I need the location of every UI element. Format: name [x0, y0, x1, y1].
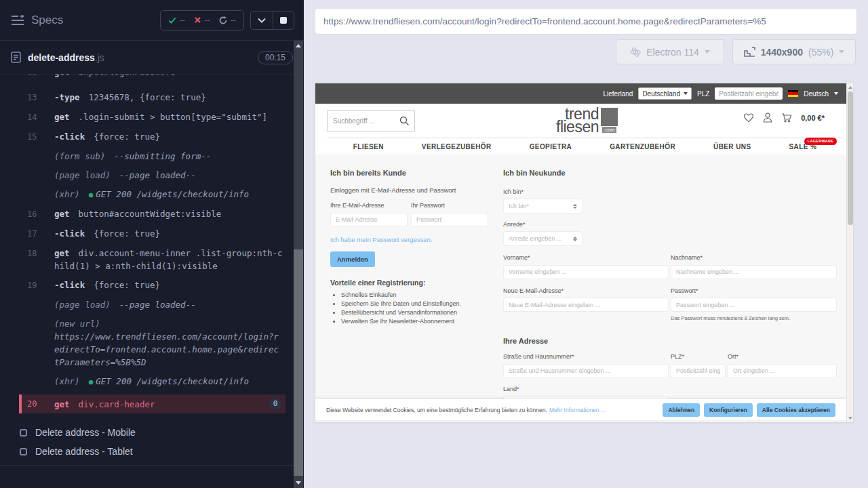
cookie-more-info-link[interactable]: Mehr Informationen ... [549, 407, 606, 413]
cart-icon[interactable] [781, 113, 792, 123]
command-row[interactable]: 17-click{force: true} [0, 227, 285, 241]
search-input[interactable] [328, 117, 398, 125]
reporter-scrollbar-thumb[interactable] [294, 249, 303, 476]
command-method: get [54, 209, 70, 219]
event-label: (new url) [54, 317, 273, 330]
command-args: {force: true} [94, 131, 160, 142]
command-row[interactable]: 12getinput#loginPassword [0, 75, 285, 79]
forgot-password-link[interactable]: Ich habe mein Passwort vergessen. [330, 236, 489, 243]
reporter-scrollbar[interactable] [294, 41, 303, 488]
browser-selector-button[interactable]: Electron 114 [616, 39, 724, 64]
collapse-button[interactable] [251, 12, 273, 29]
scroll-down-arrow-icon[interactable] [848, 417, 852, 420]
salutation-label: Anrede* [503, 221, 837, 228]
command-method: get [54, 75, 70, 77]
command-method: get [54, 248, 70, 258]
shop-topbar: Lieferland Deutschland PLZ Deutsch [315, 83, 853, 104]
account-user-icon[interactable] [763, 113, 772, 123]
shipping-country-value: Deutschland [642, 90, 680, 98]
new-email-input[interactable] [503, 298, 669, 312]
spec-name: delete-address.js [28, 52, 104, 63]
scroll-up-arrow-icon[interactable] [296, 44, 301, 47]
event-text: GET 200 /widgets/checkout/info [96, 189, 249, 199]
command-row[interactable]: 18getdiv.account-menu-inner .list-group:… [0, 247, 285, 272]
shop-header: trend fliesen .com [315, 104, 853, 138]
shop-search-box[interactable] [327, 110, 415, 131]
nav-item[interactable]: VERLEGEZUBEHÖR [422, 143, 492, 150]
customer-type-select[interactable]: Ich bin* [503, 199, 583, 214]
nav-sale-badge: LAGERWARE [804, 138, 837, 145]
command-method: -click [54, 228, 85, 239]
cookie-button-ablehnen[interactable]: Ablehnen [663, 403, 700, 417]
cart-total[interactable]: 0,00 €* [801, 114, 825, 122]
viewport-selector-button[interactable]: 1440x900 (55%) [732, 39, 856, 64]
command-body: -click{force: true} [54, 130, 285, 143]
country-label: Land* [503, 386, 837, 392]
command-number: 17 [27, 228, 54, 241]
log-event-row: (xhr)●GET 200 /widgets/checkout/info [0, 188, 285, 201]
nav-item[interactable]: GEOPIETRA [530, 143, 572, 150]
plz-label: PLZ [697, 90, 709, 98]
specs-menu-icon[interactable] [11, 15, 24, 26]
login-subheading: Einloggen mit E-Mail-Adresse und Passwor… [330, 186, 489, 194]
plz-input[interactable] [715, 87, 783, 100]
login-fields: Ihre E-Mail-Adresse Ihr Passwort [330, 202, 489, 227]
command-number: 20 [27, 398, 54, 411]
new-password-input[interactable] [671, 298, 837, 312]
firstname-label: Vorname* [503, 254, 669, 261]
fail-x-icon [194, 16, 201, 24]
spec-file-row[interactable]: delete-address.js 00:15 [0, 41, 304, 75]
nav-item[interactable]: ÜBER UNS [713, 143, 751, 150]
command-body: get.login-submit > button[type="submit"] [54, 110, 285, 123]
dropdown-arrow-icon [684, 92, 688, 95]
command-body: -type12345678, {force: true} [54, 91, 285, 104]
register-heading: Ich bin Neukunde [503, 169, 837, 177]
benefits-heading: Vorteile einer Registrierung: [330, 279, 489, 287]
cypress-reporter-panel: Specs -- -- -- [0, 0, 304, 488]
nav-item[interactable]: GARTENZUBEHÖR [610, 143, 675, 150]
firstname-input[interactable] [503, 265, 669, 279]
suite-item[interactable]: Delete address - Mobile [0, 423, 304, 442]
login-submit-button[interactable]: Anmelden [330, 251, 375, 267]
command-row[interactable]: 16getbutton#accountWidget:visible [0, 207, 285, 221]
browser-label: Electron 114 [646, 47, 699, 58]
specs-title[interactable]: Specs [31, 14, 63, 27]
command-row[interactable]: 19-click{force: true} [0, 279, 285, 292]
wishlist-heart-icon[interactable] [743, 113, 754, 123]
stop-button[interactable] [273, 12, 294, 29]
event-text: --page loaded-- [119, 300, 196, 310]
command-row[interactable]: 20getdiv.card-header0 [19, 394, 285, 413]
shipping-country-select[interactable]: Deutschland [638, 87, 692, 100]
logo-text: trend fliesen [556, 108, 599, 134]
command-row[interactable]: 13-type12345678, {force: true} [0, 91, 285, 104]
salutation-select[interactable]: Anrede eingeben ... [503, 231, 583, 246]
aut-scrollbar[interactable] [846, 83, 853, 422]
viewport-size: 1440x900 [761, 47, 803, 58]
aut-scrollbar-thumb[interactable] [848, 92, 853, 225]
city-input[interactable] [728, 364, 837, 378]
select-updown-icon [573, 237, 577, 241]
nav-item[interactable]: FLIESEN [353, 143, 384, 150]
lastname-input[interactable] [671, 265, 837, 279]
shop-topbar-controls: Lieferland Deutschland PLZ Deutsch [603, 83, 838, 104]
search-icon[interactable] [399, 116, 410, 126]
language-label[interactable]: Deutsch [804, 90, 829, 98]
login-password-input[interactable] [411, 213, 488, 227]
nav-item[interactable]: SALE %LAGERWARE [789, 143, 816, 150]
command-number: 14 [27, 111, 54, 124]
login-email-input[interactable] [330, 213, 408, 227]
shop-logo[interactable]: trend fliesen .com [556, 108, 618, 134]
aut-url-bar[interactable]: https://www.trendfliesen.com/account/log… [315, 9, 856, 34]
logo-square [601, 108, 618, 126]
command-row[interactable]: 14get.login-submit > button[type="submit… [0, 110, 285, 124]
cookie-button-alle-cookies-akzeptieren[interactable]: Alle Cookies akzeptieren [757, 403, 835, 417]
zip-input[interactable] [671, 364, 726, 378]
command-row[interactable]: 15-click{force: true} [0, 130, 285, 144]
suite-item[interactable]: Delete address - Tablet [0, 442, 304, 461]
scroll-down-arrow-icon[interactable] [296, 481, 301, 485]
street-input[interactable] [503, 364, 669, 378]
cookie-button-konfigurieren[interactable]: Konfigurieren [704, 403, 753, 417]
scroll-up-arrow-icon[interactable] [848, 86, 852, 89]
spec-duration-badge: 00:15 [258, 51, 293, 64]
command-args: .login-submit > button[type="submit"] [79, 112, 267, 122]
